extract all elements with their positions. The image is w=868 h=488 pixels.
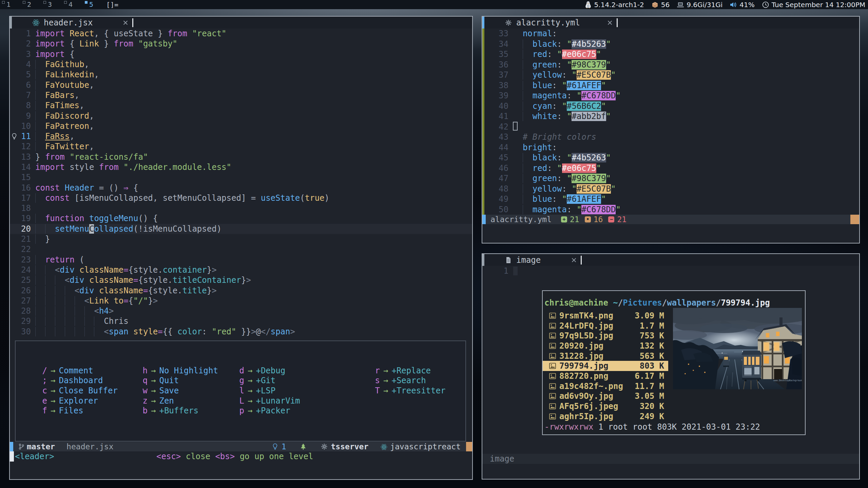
git-branch-name[interactable]: master bbox=[27, 442, 55, 451]
scroll-indicator bbox=[10, 17, 12, 28]
file-row-ad6v9Oy.jpg[interactable]: ad6v9Oy.jpg3.05 M bbox=[543, 391, 668, 402]
whichkey-binding-;[interactable]: ;→Dashboard bbox=[42, 376, 118, 386]
image-file-icon bbox=[549, 353, 556, 359]
workspace-3[interactable]: 3 bbox=[43, 0, 57, 9]
workspace-2[interactable]: 2 bbox=[23, 0, 36, 9]
whichkey-binding-z[interactable]: z→Zen bbox=[142, 396, 218, 406]
lsp-server: tsserver bbox=[331, 442, 369, 451]
whichkey-binding-p[interactable]: p→+Packer bbox=[239, 406, 300, 416]
line-number: 15 bbox=[19, 173, 31, 182]
file-size: 320 K bbox=[640, 402, 668, 411]
whichkey-binding-/[interactable]: /→Comment bbox=[42, 366, 118, 376]
arrow-icon: → bbox=[248, 386, 252, 395]
path-segment: Pictures bbox=[623, 298, 662, 308]
close-icon[interactable] bbox=[571, 257, 577, 263]
line-text: FaTimes, bbox=[35, 101, 84, 110]
close-icon[interactable] bbox=[123, 20, 128, 25]
workspace-indicator bbox=[2, 1, 5, 4]
picker-file-list: 9rsmTK4.png3.09 M24LrDFQ.jpg1.7 M97q9L5D… bbox=[543, 311, 668, 422]
file-row-AFq5r6j.jpeg[interactable]: AFq5r6j.jpeg320 K bbox=[543, 401, 668, 411]
line-text: green: "#98C379" bbox=[513, 60, 611, 70]
file-size: 563 K bbox=[640, 351, 668, 361]
line-text: red: "#e06c75" bbox=[513, 50, 601, 59]
line-number: 8 bbox=[19, 101, 31, 110]
layout-indicator[interactable]: []= bbox=[106, 1, 118, 9]
tabline: header.jsx bbox=[10, 17, 472, 28]
workspace-4[interactable]: 4 bbox=[64, 0, 77, 9]
whichkey-binding-e[interactable]: e→Explorer bbox=[42, 396, 118, 406]
binding-label: +LunarVim bbox=[256, 396, 300, 406]
workspace-indicator bbox=[43, 1, 46, 4]
file-row-799794.jpg[interactable]: 799794.jpg803 K bbox=[543, 361, 668, 371]
whichkey-binding-r[interactable]: r→+Replace bbox=[375, 366, 445, 376]
line-number: 4 bbox=[19, 60, 31, 69]
line-number: 49 bbox=[485, 194, 508, 204]
line-number: 3 bbox=[19, 50, 31, 59]
whichkey-binding-d[interactable]: d→+Debug bbox=[239, 366, 300, 376]
whichkey-binding-f[interactable]: f→Files bbox=[42, 406, 118, 416]
line-number: 35 bbox=[485, 50, 508, 59]
line-number: 10 bbox=[19, 121, 31, 131]
code-area[interactable]: 33 normal:34 black: "#4b5263"35 red: "#e… bbox=[482, 28, 859, 215]
line-number: 46 bbox=[485, 163, 508, 173]
arrow-icon: → bbox=[151, 376, 156, 385]
line-number: 36 bbox=[485, 60, 508, 70]
whichkey-binding-l[interactable]: l→+LSP bbox=[239, 386, 300, 396]
line-text: cyan: "#56B6C2" bbox=[513, 101, 606, 111]
tab-label[interactable]: image bbox=[516, 255, 541, 265]
code-line-1: 1import React, { useState } from "react" bbox=[10, 28, 472, 39]
binding-label: Zen bbox=[159, 396, 174, 406]
file-row-31228.jpg[interactable]: 31228.jpg563 K bbox=[543, 351, 668, 361]
file-row-20920.jpg[interactable]: 20920.jpg132 K bbox=[543, 341, 668, 351]
clock-icon bbox=[762, 1, 769, 8]
line-text: white: "#abb2bf" bbox=[513, 112, 611, 121]
line-number: 5 bbox=[19, 70, 31, 79]
react-icon bbox=[32, 19, 40, 26]
line-text: black: "#4b5263" bbox=[513, 39, 611, 49]
tabline: alacritty.yml bbox=[482, 17, 859, 28]
line-number: 41 bbox=[485, 112, 508, 121]
line-text: import style from "./header.module.less" bbox=[35, 162, 231, 172]
status-text: Tue September 14 12:00PM bbox=[772, 1, 865, 9]
close-icon[interactable] bbox=[607, 20, 613, 25]
whichkey-binding-h[interactable]: h→No Highlight bbox=[142, 366, 218, 376]
workspace-5[interactable]: 5 bbox=[85, 0, 98, 9]
line-text: magenta: "#C678DD" bbox=[513, 205, 621, 214]
arrow-icon: → bbox=[151, 406, 156, 415]
whichkey-binding-q[interactable]: q→Quit bbox=[142, 376, 218, 386]
whichkey-binding-L[interactable]: L→+LunarVim bbox=[239, 396, 300, 406]
code-line-46: 46 red: "#e06c75" bbox=[482, 163, 859, 174]
file-row-9rsmTK4.png[interactable]: 9rsmTK4.png3.09 M bbox=[543, 311, 668, 321]
whichkey-binding-T[interactable]: T→+Treesitter bbox=[375, 386, 445, 396]
file-size: 3.09 M bbox=[635, 311, 668, 320]
tab-label[interactable]: header.jsx bbox=[44, 18, 93, 27]
workspace-1[interactable]: 1 bbox=[2, 0, 15, 9]
whichkey-binding-c[interactable]: c→Close Buffer bbox=[42, 386, 118, 396]
workspace-number: 4 bbox=[69, 0, 73, 8]
line-text: setMenuCollapsed(!isMenuCollapsed) bbox=[35, 224, 221, 234]
path-segment: / bbox=[662, 298, 667, 308]
line-number: 50 bbox=[485, 205, 508, 214]
file-row-882720.png[interactable]: 882720.png6.17 M bbox=[543, 371, 668, 381]
tab-label[interactable]: alacritty.yml bbox=[516, 18, 580, 27]
whichkey-binding-w[interactable]: w→Save bbox=[142, 386, 218, 396]
scroll-indicator bbox=[482, 17, 484, 28]
whichkey-binding-s[interactable]: s→+Search bbox=[375, 376, 445, 386]
file-row-97q9L5D.jpg[interactable]: 97q9L5D.jpg753 K bbox=[543, 331, 668, 341]
code-line-26: 26 <div className={style.title}> bbox=[10, 285, 472, 295]
whichkey-binding-b[interactable]: b→+Buffers bbox=[142, 406, 218, 416]
workspace-indicator bbox=[85, 1, 88, 4]
file-name: 882720.png bbox=[559, 371, 609, 381]
binding-key: d bbox=[239, 366, 244, 375]
line-text: FaYoutube, bbox=[35, 80, 94, 90]
file-row-24LrDFQ.jpg[interactable]: 24LrDFQ.jpg1.7 M bbox=[543, 321, 668, 331]
statusline-filename: alacritty.yml bbox=[490, 215, 552, 224]
binding-key: T bbox=[375, 386, 380, 395]
whichkey-binding-g[interactable]: g→+Git bbox=[239, 376, 300, 386]
code-area[interactable]: 1import React, { useState } from "react"… bbox=[10, 28, 472, 337]
code-line-49: 49 blue: "#61AFEF" bbox=[482, 194, 859, 204]
file-row-aghr5Ip.jpg[interactable]: aghr5Ip.jpg249 K bbox=[543, 411, 668, 422]
file-row-a19c482f~.png[interactable]: a19c482f~.png11.7 M bbox=[543, 381, 668, 391]
binding-key: p bbox=[239, 406, 244, 415]
line-text: function toggleMenu() { bbox=[35, 214, 158, 223]
